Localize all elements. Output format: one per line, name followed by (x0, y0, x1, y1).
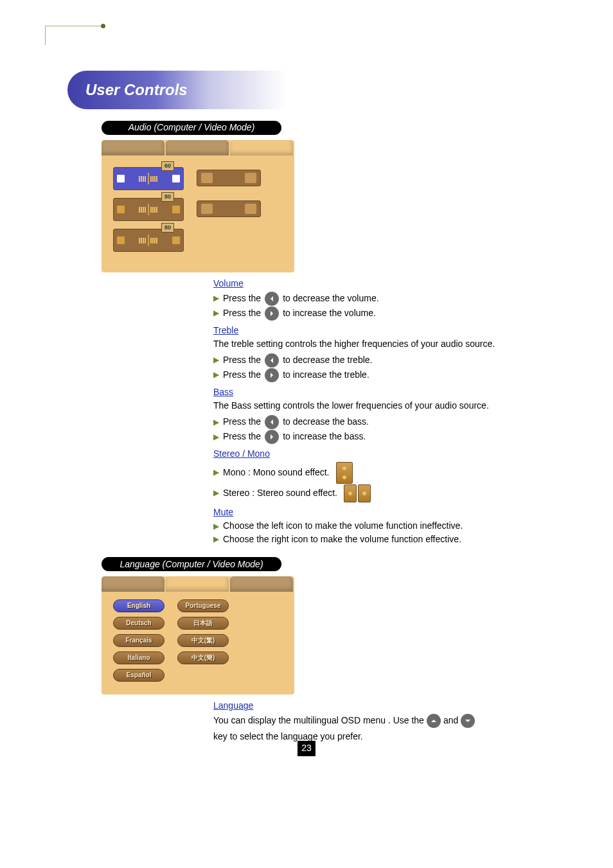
text: You can display the multilingual OSD men… (213, 714, 424, 727)
bullet-icon: ▶ (213, 521, 219, 532)
bullet-icon: ▶ (213, 534, 219, 545)
mute-on-line: ▶ Choose the left icon to make the volum… (213, 520, 542, 533)
language-column-1: English Deutsch Français Italiano Españo… (113, 599, 164, 682)
bass-desc: The Bass setting controls the lower freq… (213, 400, 542, 412)
volume-low-icon (116, 174, 125, 183)
text: Press the (223, 307, 261, 320)
osd-panel-audio: 60 80 (102, 140, 294, 272)
banner-title: User Controls (85, 79, 188, 101)
text: to increase the volume. (283, 307, 376, 320)
left-arrow-button[interactable] (265, 415, 279, 429)
bass-decrease-line: ▶ Press the to decrease the bass. (213, 415, 542, 429)
text: to increase the bass. (283, 430, 366, 443)
down-arrow-button[interactable] (461, 714, 475, 728)
bullet-icon: ▶ (213, 417, 219, 428)
treble-heading: Treble (213, 324, 542, 337)
bass-slider[interactable]: 80 (113, 229, 184, 252)
bullet-icon: ▶ (213, 293, 219, 304)
section-pill-language: Language (Computer / Video Mode) (102, 557, 281, 571)
speaker-low-icon (116, 205, 125, 214)
text: Press the (223, 416, 261, 429)
text: Choose the right icon to make the volume… (223, 533, 461, 546)
bass-heading: Bass (213, 386, 542, 399)
stereo-mono-heading: Stereo / Mono (213, 448, 542, 461)
tab-2-active[interactable] (166, 576, 229, 592)
language-button-deutsch[interactable]: Deutsch (113, 617, 164, 630)
language-body: English Deutsch Français Italiano Españo… (102, 592, 294, 695)
pill-label: Language (Computer / Video Mode) (120, 558, 263, 571)
text: key to select the language you prefer. (213, 731, 363, 743)
treble-desc: The treble setting controls the higher f… (213, 338, 542, 351)
mono-speaker-icon (336, 462, 353, 484)
language-button-italiano[interactable]: Italiano (113, 651, 164, 664)
tab-3[interactable] (230, 576, 293, 592)
text: Choose the left icon to make the volume … (223, 520, 463, 533)
treble-value: 80 (161, 192, 174, 202)
language-button-portuguese[interactable]: Portuguese (177, 599, 229, 612)
text: to increase the treble. (283, 369, 369, 382)
bass-value: 80 (161, 223, 174, 233)
stereo-line: ▶ Stereo : Stereo sound effect. (213, 484, 542, 502)
stereo-mono-selector[interactable] (197, 170, 261, 186)
volume-decrease-line: ▶ Press the to decrease the volume. (213, 292, 542, 306)
language-column-2: Portuguese 日本語 中文(繁) 中文(簡) (177, 599, 229, 682)
right-arrow-button[interactable] (265, 430, 279, 444)
volume-value: 60 (161, 161, 174, 171)
language-heading: Language (213, 700, 542, 713)
up-arrow-button[interactable] (427, 714, 441, 728)
tab-3-active[interactable] (230, 140, 293, 155)
volume-high-icon (172, 174, 181, 183)
volume-heading: Volume (213, 278, 542, 290)
audio-content: Volume ▶ Press the to decrease the volum… (213, 278, 542, 545)
left-arrow-button[interactable] (265, 292, 279, 306)
language-button-francais[interactable]: Français (113, 634, 164, 647)
right-arrow-button[interactable] (265, 368, 279, 382)
text: Stereo : Stereo sound effect. (223, 487, 337, 500)
tab-1[interactable] (102, 576, 164, 592)
language-button-espanol[interactable]: Español (113, 669, 164, 682)
text: Press the (223, 369, 261, 382)
corner-ornament (45, 26, 103, 45)
language-button-chinese-simp[interactable]: 中文(簡) (177, 651, 229, 664)
text: Press the (223, 292, 261, 305)
language-desc: You can display the multilingual OSD men… (213, 714, 542, 743)
section-pill-audio: Audio (Computer / Video Mode) (102, 121, 281, 135)
language-button-japanese[interactable]: 日本語 (177, 617, 229, 630)
treble-slider[interactable]: 80 (113, 198, 184, 221)
bass-increase-line: ▶ Press the to increase the bass. (213, 430, 542, 444)
language-button-english[interactable]: English (113, 599, 164, 612)
text: Mono : Mono sound effect. (223, 466, 330, 479)
speaker-high-icon (172, 205, 181, 214)
tab-2[interactable] (166, 140, 229, 155)
osd-panel-language: English Deutsch Français Italiano Españo… (102, 576, 294, 695)
mute-off-icon (245, 204, 256, 214)
stereo-mono-icon-right (245, 173, 256, 183)
tab-row (102, 576, 294, 592)
page: User Controls Audio (Computer / Video Mo… (0, 0, 613, 769)
left-arrow-button[interactable] (265, 353, 279, 368)
banner-heading: User Controls (67, 71, 286, 109)
language-button-chinese-trad[interactable]: 中文(繁) (177, 634, 229, 647)
speaker-low-icon (116, 236, 125, 245)
bullet-icon: ▶ (213, 432, 219, 443)
mute-on-icon (201, 204, 213, 214)
mono-line: ▶ Mono : Mono sound effect. (213, 462, 542, 484)
text: Press the (223, 354, 261, 367)
volume-slider[interactable]: 60 (113, 167, 184, 190)
mute-selector[interactable] (197, 200, 261, 217)
text: and (443, 714, 458, 727)
treble-increase-line: ▶ Press the to increase the treble. (213, 368, 542, 382)
text: Press the (223, 430, 261, 443)
text: to decrease the volume. (283, 292, 378, 305)
right-arrow-button[interactable] (265, 306, 279, 321)
pill-label: Audio (Computer / Video Mode) (129, 121, 255, 134)
bullet-icon: ▶ (213, 488, 219, 499)
bullet-icon: ▶ (213, 369, 219, 380)
mute-heading: Mute (213, 506, 542, 519)
mute-off-line: ▶ Choose the right icon to make the volu… (213, 533, 542, 546)
volume-increase-line: ▶ Press the to increase the volume. (213, 306, 542, 321)
tab-1[interactable] (102, 140, 164, 155)
osd-body: 60 80 (102, 155, 294, 272)
bullet-icon: ▶ (213, 308, 219, 319)
text: to decrease the treble. (283, 354, 372, 367)
